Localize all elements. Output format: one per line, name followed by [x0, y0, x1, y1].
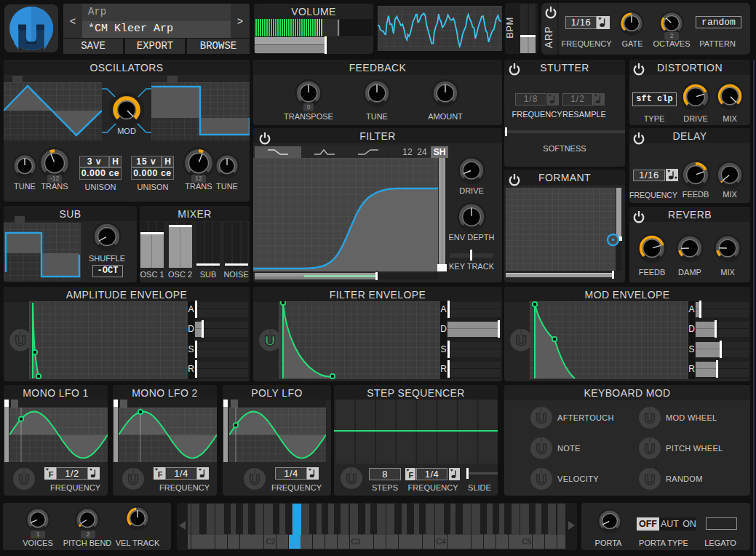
- svg-text:F: F: [158, 470, 163, 479]
- svg-text:F: F: [49, 470, 54, 479]
- svg-text:F: F: [408, 471, 413, 480]
